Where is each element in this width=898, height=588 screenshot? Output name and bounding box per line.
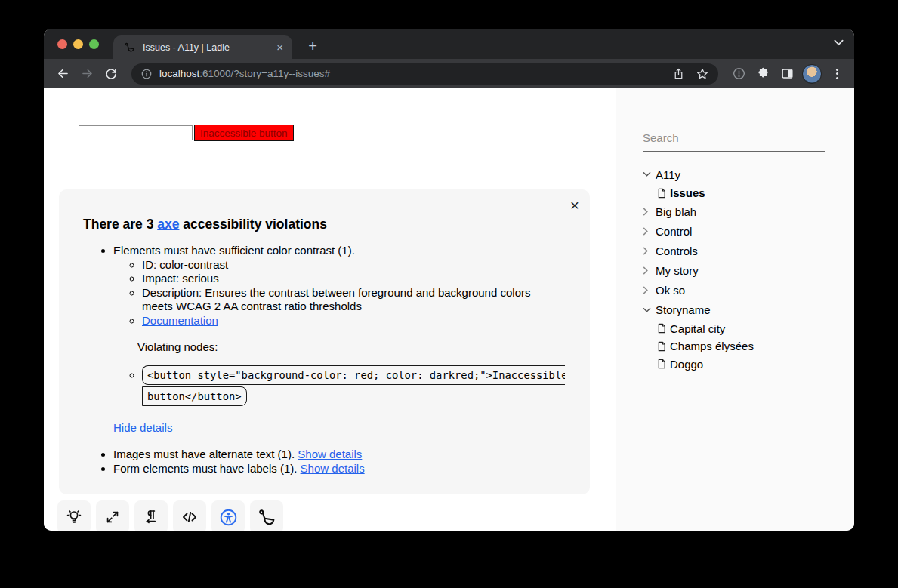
violation-id: ID: color-contrast [142, 258, 562, 272]
tree-story-doggo[interactable]: Doggo [643, 356, 854, 374]
ladle-action-bar [57, 500, 283, 531]
tree-group-controls[interactable]: Controls [643, 242, 854, 261]
violations-heading: There are 3 axe accessibility violations [83, 217, 566, 232]
extension-alert-icon[interactable] [727, 63, 750, 85]
chevron-right-icon [643, 208, 655, 216]
file-icon [657, 359, 669, 369]
chevron-right-icon [643, 247, 655, 255]
violation-impact: Impact: serious [142, 272, 562, 286]
address-bar[interactable]: localhost:61000/?story=a11y--issues# [131, 63, 718, 85]
show-details-link[interactable]: Show details [301, 462, 365, 475]
documentation-list-item: Documentation [142, 314, 562, 328]
share-icon[interactable] [672, 67, 685, 80]
violation-details-list: ID: color-contrast Impact: serious Descr… [113, 258, 562, 328]
browser-window: Issues - A11y | Ladle × + localhost:6100… [44, 29, 854, 531]
violations-list: Elements must have sufficient color cont… [83, 244, 590, 328]
tab-search-chevron-icon[interactable] [834, 39, 844, 46]
forward-icon[interactable] [76, 63, 98, 85]
file-icon [657, 188, 669, 199]
tab-title: Issues - A11y | Ladle [143, 42, 275, 53]
extensions-puzzle-icon[interactable] [751, 63, 774, 85]
browser-toolbar: localhost:61000/?story=a11y--issues# [44, 59, 854, 88]
a11y-violations-panel: × There are 3 axe accessibility violatio… [59, 189, 590, 494]
source-code-icon [181, 508, 199, 526]
tab-strip: Issues - A11y | Ladle × + [44, 29, 854, 59]
site-info-icon[interactable] [140, 68, 153, 80]
theme-toggle-button[interactable] [57, 500, 91, 531]
url-text[interactable]: localhost:61000/?story=a11y--issues# [159, 68, 662, 79]
inaccessible-button[interactable]: Inaccessible button [194, 125, 294, 141]
chevron-right-icon [643, 286, 655, 294]
side-panel-icon[interactable] [776, 63, 798, 85]
tab-close-icon[interactable]: × [275, 42, 285, 53]
violation-item: Form elements must have labels (1). Show… [113, 462, 590, 476]
tree-group-a11y[interactable]: A11y [643, 165, 854, 184]
close-icon[interactable]: × [567, 194, 582, 216]
violation-title: Elements must have sufficient color cont… [113, 244, 355, 257]
browser-tab[interactable]: Issues - A11y | Ladle × [113, 35, 292, 59]
fullscreen-icon [104, 509, 121, 525]
file-icon [657, 341, 669, 352]
story-sidebar: A11y Issues Big blah Control Controls [616, 88, 854, 531]
hide-details-link[interactable]: Hide details [113, 421, 172, 434]
tree-story-champs-elysees[interactable]: Champs élysées [643, 337, 854, 356]
tree-group-control[interactable]: Control [643, 222, 854, 242]
story-preview-pane: Inaccessible button × There are 3 axe ac… [44, 88, 616, 531]
close-window-button[interactable] [57, 39, 67, 49]
violating-nodes-label: Violating nodes: [137, 340, 590, 353]
violating-node-code-line1: <button style="background-color: red; co… [142, 365, 565, 385]
axe-link[interactable]: axe [157, 217, 179, 232]
ladle-menu-button[interactable] [250, 500, 283, 531]
lightbulb-icon [65, 508, 83, 526]
accessibility-icon [219, 508, 238, 527]
new-tab-button[interactable]: + [302, 35, 323, 57]
show-details-link[interactable]: Show details [298, 448, 362, 460]
browser-menu-kebab-icon[interactable] [825, 63, 848, 85]
bookmark-star-icon[interactable] [696, 67, 709, 81]
source-code-button[interactable] [173, 500, 206, 531]
fullscreen-button[interactable] [96, 500, 129, 531]
rtl-toggle-icon [142, 508, 160, 526]
reload-icon[interactable] [100, 63, 122, 85]
ladle-logo-icon [257, 507, 276, 527]
tree-group-my-story[interactable]: My story [643, 261, 854, 281]
zoom-window-button[interactable] [89, 39, 99, 49]
minimize-window-button[interactable] [73, 39, 83, 49]
violating-node-item: <button style="background-color: red; co… [142, 365, 590, 408]
violating-node-code-line2: button</button> [142, 386, 247, 406]
profile-avatar[interactable] [802, 64, 822, 84]
tree-group-ok-so[interactable]: Ok so [643, 281, 854, 300]
tree-group-storyname[interactable]: Storyname [643, 300, 854, 320]
back-icon[interactable] [51, 63, 74, 85]
tree-story-issues[interactable]: Issues [643, 184, 854, 202]
collapsed-violations-list: Images must have alternate text (1). Sho… [83, 448, 590, 476]
chevron-right-icon [643, 266, 655, 275]
violation-item: Images must have alternate text (1). Sho… [113, 448, 590, 462]
rtl-toggle-button[interactable] [134, 500, 168, 531]
ladle-favicon-icon [124, 42, 135, 53]
violation-item: Elements must have sufficient color cont… [113, 244, 590, 328]
story-tree: A11y Issues Big blah Control Controls [643, 165, 854, 373]
search-input[interactable] [643, 128, 825, 152]
chevron-down-icon [643, 307, 655, 313]
chevron-right-icon [643, 227, 655, 236]
a11y-report-button[interactable] [211, 500, 245, 531]
documentation-link[interactable]: Documentation [142, 314, 218, 327]
chevron-down-icon [643, 171, 655, 177]
story-text-input[interactable] [79, 125, 193, 140]
tree-story-capital-city[interactable]: Capital city [643, 320, 854, 338]
file-icon [657, 323, 669, 334]
violation-description: Description: Ensures the contrast betwee… [142, 286, 562, 314]
tree-group-big-blah[interactable]: Big blah [643, 202, 854, 222]
violating-nodes-list: <button style="background-color: red; co… [113, 365, 590, 408]
